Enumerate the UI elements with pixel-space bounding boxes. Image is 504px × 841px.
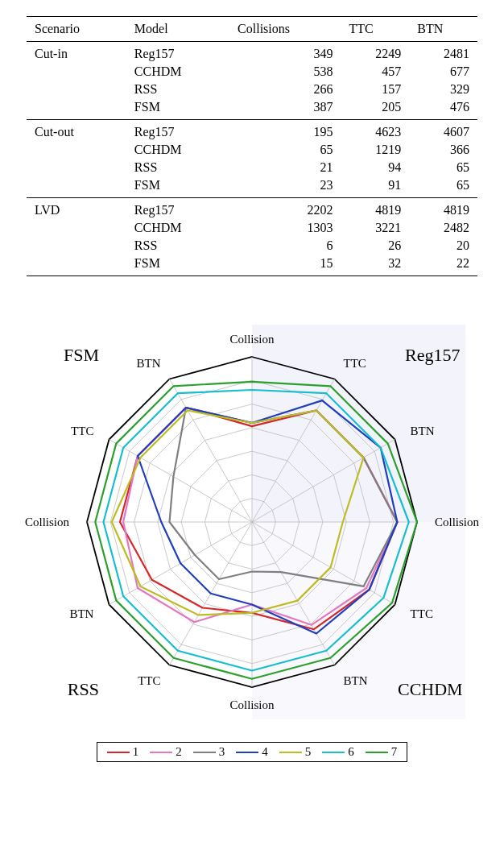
col-ttc: TTC [341,17,409,42]
table-row: FSM387205476 [27,98,477,120]
cell-btn: 329 [409,81,477,98]
col-model: Model [126,17,229,42]
cell-scenario [27,219,126,237]
axis-label: TTC [138,674,160,687]
legend-label: 2 [176,745,182,759]
chart-legend: 1234567 [97,742,408,762]
quadrant-label: Reg157 [405,345,460,365]
cell-model: CCHDM [126,141,229,159]
table-row: CCHDM130332212482 [27,219,477,237]
col-collisions: Collisions [229,17,341,42]
legend-label: 6 [348,745,354,759]
table-row: Cut-inReg15734922492481 [27,42,477,64]
legend-swatch [150,752,172,753]
cell-ttc: 91 [341,176,409,198]
axis-label: TTC [344,357,366,370]
legend-swatch [279,752,302,753]
table-row: FSM239165 [27,176,477,198]
cell-collisions: 23 [229,176,341,198]
legend-label: 7 [391,745,398,759]
axis-label: BTN [69,607,93,620]
cell-model: RSS [126,237,229,255]
cell-scenario [27,98,126,120]
legend-swatch [193,752,216,753]
quadrant-label: RSS [68,679,99,699]
legend-swatch [322,752,345,753]
axis-label: BTN [344,674,368,687]
table-row: FSM153222 [27,255,477,276]
legend-item: 4 [236,745,268,759]
legend-label: 5 [305,745,312,759]
legend-swatch [366,752,388,753]
axis-label: Collision [435,516,480,528]
cell-btn: 20 [409,237,477,255]
cell-ttc: 32 [341,255,409,276]
table-row: LVDReg157220248194819 [27,198,477,220]
cell-model: CCHDM [126,219,229,237]
cell-btn: 4607 [409,120,477,142]
results-table: Scenario Model Collisions TTC BTN Cut-in… [27,16,477,276]
legend-item: 6 [322,745,354,759]
cell-ttc: 94 [341,159,409,176]
cell-ttc: 205 [341,98,409,120]
cell-model: Reg157 [126,42,229,64]
cell-ttc: 4819 [341,198,409,220]
cell-scenario [27,159,126,176]
cell-collisions: 21 [229,159,341,176]
cell-btn: 2482 [409,219,477,237]
cell-collisions: 349 [229,42,341,64]
axis-label: BTN [411,425,435,437]
cell-scenario [27,176,126,198]
cell-scenario [27,237,126,255]
col-btn: BTN [409,17,477,42]
table-row: RSS219465 [27,159,477,176]
cell-collisions: 387 [229,98,341,120]
quadrant-label: CCHDM [398,679,463,699]
col-scenario: Scenario [27,17,126,42]
cell-scenario [27,81,126,98]
legend-item: 2 [150,745,182,759]
legend-label: 1 [133,745,139,759]
cell-collisions: 1303 [229,219,341,237]
cell-ttc: 157 [341,81,409,98]
cell-ttc: 2249 [341,42,409,64]
cell-scenario: LVD [27,198,126,220]
cell-ttc: 4623 [341,120,409,142]
cell-model: FSM [126,255,229,276]
cell-collisions: 65 [229,141,341,159]
table-row: RSS266157329 [27,81,477,98]
legend-swatch [236,752,258,753]
cell-scenario [27,255,126,276]
legend-label: 4 [262,745,268,759]
cell-scenario: Cut-in [27,42,126,64]
table-row: Cut-outReg15719546234607 [27,120,477,142]
axis-label: Collision [25,516,70,528]
cell-scenario [27,63,126,81]
cell-collisions: 15 [229,255,341,276]
axis-label: BTN [137,357,161,370]
cell-btn: 22 [409,255,477,276]
cell-btn: 366 [409,141,477,159]
cell-model: CCHDM [126,63,229,81]
table-row: CCHDM538457677 [27,63,477,81]
cell-model: FSM [126,98,229,120]
cell-model: FSM [126,176,229,198]
cell-btn: 4819 [409,198,477,220]
table-row: CCHDM651219366 [27,141,477,159]
cell-collisions: 266 [229,81,341,98]
cell-collisions: 538 [229,63,341,81]
cell-ttc: 457 [341,63,409,81]
axis-label: TTC [411,607,433,620]
cell-ttc: 26 [341,237,409,255]
cell-model: RSS [126,81,229,98]
cell-scenario [27,141,126,159]
cell-collisions: 6 [229,237,341,255]
cell-btn: 476 [409,98,477,120]
cell-model: Reg157 [126,120,229,142]
cell-model: RSS [126,159,229,176]
table-header-row: Scenario Model Collisions TTC BTN [27,17,477,42]
cell-btn: 65 [409,159,477,176]
cell-ttc: 1219 [341,141,409,159]
cell-btn: 2481 [409,42,477,64]
legend-item: 5 [279,745,312,759]
